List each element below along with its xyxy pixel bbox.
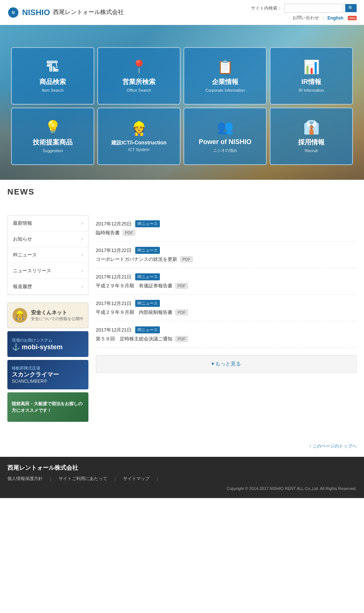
news-date-2: 2017年12月22日 bbox=[96, 247, 132, 254]
recruit-subtitle: Recruit bbox=[305, 148, 318, 153]
logo-text: NISHIO bbox=[22, 8, 50, 17]
banner-scan-sub1: 移動昇降式足場 bbox=[12, 365, 40, 371]
news-wrapper: NEWS bbox=[0, 180, 364, 197]
footer-terms-link[interactable]: サイトご利用にあたって bbox=[59, 476, 107, 482]
ict-subtitle: ICT System bbox=[128, 147, 149, 152]
category-latest[interactable]: 最新情報 › bbox=[8, 216, 88, 231]
pdf-badge-4: PDF bbox=[175, 309, 188, 315]
category-media[interactable]: 報道履歴 › bbox=[8, 279, 88, 295]
footer-sep-3: | bbox=[157, 476, 158, 481]
category-news-release-link[interactable]: ニュースリリース › bbox=[8, 263, 88, 279]
suggestion-subtitle: Suggestion bbox=[42, 148, 63, 153]
search-area: サイト内検索： 🔍 bbox=[251, 4, 357, 13]
banner-mobi-sub: 現場のお助けシステム bbox=[12, 337, 52, 343]
news-item-3-header: 2017年12月21日 IRニュース bbox=[96, 273, 357, 280]
footer-privacy-link[interactable]: 個人情報保護方針 bbox=[7, 476, 43, 482]
news-item-5-title[interactable]: 第５９回 定時株主総会決議ご通知 PDF bbox=[96, 336, 357, 342]
svg-text:N: N bbox=[12, 11, 14, 15]
ict-title: 建設ICT/i-Construction bbox=[111, 139, 167, 146]
news-tag-5: IRニュース bbox=[135, 326, 160, 333]
office-search-subtitle: Office Search bbox=[127, 88, 151, 92]
category-news-release[interactable]: ニュースリリース › bbox=[8, 263, 88, 279]
category-latest-link[interactable]: 最新情報 › bbox=[8, 216, 88, 231]
news-title-2-text: コーポレートガバナンスの状況を更新 bbox=[96, 256, 177, 263]
news-tag-1: IRニュース bbox=[135, 220, 160, 227]
category-ir[interactable]: IRニュース › bbox=[8, 247, 88, 263]
card-office-search[interactable]: 📍 営業所検索 Office Search bbox=[97, 47, 181, 105]
banner-inn[interactable]: 陸前高田・大船渡で宿泊をお探しの方にオススメです！ bbox=[7, 392, 88, 422]
more-button[interactable]: ▾ もっと見る bbox=[96, 355, 357, 373]
category-media-link[interactable]: 報道履歴 › bbox=[8, 279, 88, 294]
news-item-1-header: 2017年12月25日 IRニュース bbox=[96, 220, 357, 227]
category-ir-link[interactable]: IRニュース › bbox=[8, 247, 88, 263]
banner-scan[interactable]: 移動昇降式足場 スカンクライマー SCANCLIMBER® bbox=[7, 360, 88, 389]
recruit-title: 採用情報 bbox=[298, 138, 325, 147]
category-media-label: 報道履歴 bbox=[13, 283, 32, 290]
category-latest-label: 最新情報 bbox=[13, 220, 32, 227]
news-date-1: 2017年12月25日 bbox=[96, 221, 132, 227]
news-item-3-title[interactable]: 平成２９年９月期 有価証券報告書 PDF bbox=[96, 283, 357, 289]
news-date-4: 2017年12月21日 bbox=[96, 300, 132, 307]
item-search-subtitle: Item Search bbox=[42, 88, 63, 92]
corporate-icon: 📋 bbox=[217, 59, 234, 75]
category-ir-label: IRニュース bbox=[13, 252, 37, 258]
ir-title: IR情報 bbox=[301, 78, 321, 86]
category-notice[interactable]: お知らせ › bbox=[8, 231, 88, 247]
news-section: 最新情報 › お知らせ › IRニュース › ニュースリリース › bbox=[0, 204, 364, 436]
new-badge: New bbox=[348, 16, 357, 20]
news-tag-3: IRニュース bbox=[135, 273, 160, 280]
card-corporate[interactable]: 📋 企業情報 Corporate Information bbox=[183, 47, 267, 105]
nav-separator: | bbox=[323, 15, 324, 21]
card-ir[interactable]: 📊 IR情報 IR Information bbox=[270, 47, 353, 105]
nishio-logo-icon: N bbox=[7, 7, 19, 18]
back-to-top-link[interactable]: ↑ このページのトップへ bbox=[309, 444, 357, 449]
category-notice-link[interactable]: お知らせ › bbox=[8, 231, 88, 247]
office-search-icon: 📍 bbox=[131, 59, 147, 75]
banner-anzen[interactable]: 👷 安全くんネット 安全についての情報を公開中 bbox=[7, 302, 88, 328]
chevron-news-release: › bbox=[81, 268, 83, 273]
chevron-ir: › bbox=[81, 252, 83, 258]
chevron-media: › bbox=[81, 284, 83, 289]
search-label: サイト内検索： bbox=[251, 5, 282, 11]
site-header: N NISHIO 西尾レントォール株式会社 サイト内検索： 🔍 お問い合わせ |… bbox=[0, 0, 364, 25]
news-item-5: 2017年12月21日 IRニュース 第５９回 定時株主総会決議ご通知 PDF bbox=[96, 321, 357, 348]
power-subtitle: ニシオの強み bbox=[213, 148, 237, 153]
news-item-2-header: 2017年12月22日 IRニュース bbox=[96, 247, 357, 254]
news-item-1-title[interactable]: 臨時報告書 PDF bbox=[96, 230, 357, 236]
power-icon: 👥 bbox=[217, 119, 234, 135]
ict-icon: 👷 bbox=[131, 121, 147, 136]
contact-link[interactable]: お問い合わせ bbox=[293, 15, 319, 21]
news-category-list: 最新情報 › お知らせ › IRニュース › ニュースリリース › bbox=[7, 215, 88, 295]
card-power[interactable]: 👥 Power of NISHIO ニシオの強み bbox=[183, 108, 267, 165]
site-footer: 西尾レントォール株式会社 個人情報保護方針 | サイトご利用にあたって | サイ… bbox=[0, 457, 364, 498]
banner-scan-sub2: SCANCLIMBER® bbox=[12, 379, 47, 384]
search-button[interactable]: 🔍 bbox=[345, 4, 357, 12]
news-item-2-title[interactable]: コーポレートガバナンスの状況を更新 PDF bbox=[96, 256, 357, 263]
suggestion-title: 技術提案商品 bbox=[33, 138, 73, 147]
hero-section: 🏗 商品検索 Item Search 📍 営業所検索 Office Search… bbox=[0, 25, 364, 180]
card-item-search[interactable]: 🏗 商品検索 Item Search bbox=[11, 47, 94, 105]
news-item-5-header: 2017年12月21日 IRニュース bbox=[96, 326, 357, 333]
banner-scan-title: スカンクライマー bbox=[12, 371, 59, 379]
banner-mobi[interactable]: 現場のお助けシステム ⚓ mobi-system bbox=[7, 331, 88, 357]
banner-inn-text: 陸前高田・大船渡で宿泊をお探しの方にオススメです！ bbox=[12, 400, 84, 414]
english-link[interactable]: English bbox=[328, 15, 343, 21]
corporate-subtitle: Corporate Information bbox=[206, 88, 245, 92]
footer-sitemap-link[interactable]: サイトマップ bbox=[123, 476, 150, 482]
news-title-3-text: 平成２９年９月期 有価証券報告書 bbox=[96, 283, 172, 289]
news-item-4-title[interactable]: 平成２９年９月期 内部統制報告書 PDF bbox=[96, 309, 357, 316]
ir-subtitle: IR Information bbox=[298, 88, 324, 92]
chevron-latest: › bbox=[81, 221, 83, 226]
card-ict[interactable]: 👷 建設ICT/i-Construction ICT System bbox=[97, 108, 181, 165]
news-title-5-text: 第５９回 定時株主総会決議ご通知 bbox=[96, 336, 172, 342]
recruit-icon: 👔 bbox=[303, 120, 320, 135]
card-suggestion[interactable]: 💡 技術提案商品 Suggestion bbox=[11, 108, 94, 165]
news-date-5: 2017年12月21日 bbox=[96, 327, 132, 333]
banner-anzen-sub: 安全についての情報を公開中 bbox=[31, 316, 84, 322]
footer-company: 西尾レントォール株式会社 bbox=[7, 464, 357, 472]
news-item-4: 2017年12月21日 IRニュース 平成２９年９月期 内部統制報告書 PDF bbox=[96, 295, 357, 321]
card-recruit[interactable]: 👔 採用情報 Recruit bbox=[270, 108, 353, 165]
footer-copyright: Copyright © 2014-2017 NISHIO RENT ALL Co… bbox=[7, 486, 357, 491]
banner-anzen-title: 安全くんネット bbox=[31, 309, 84, 316]
search-input[interactable] bbox=[284, 4, 343, 13]
